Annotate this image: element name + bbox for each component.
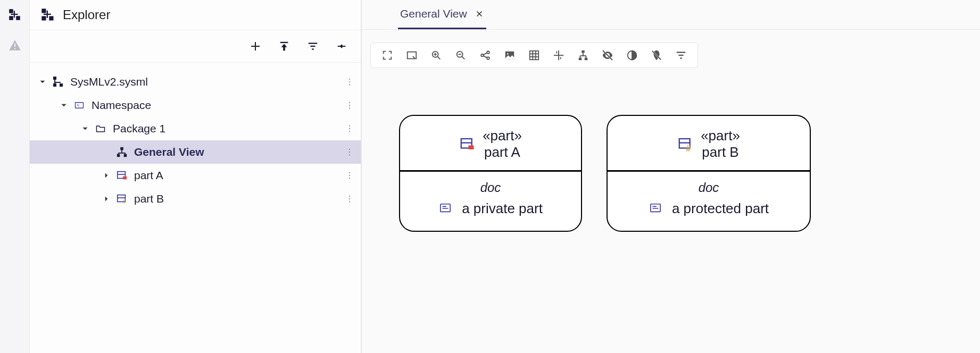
diagram-node-part-b[interactable]: # «part» part B doc a protected part [607,115,811,232]
svg-point-28 [349,102,350,103]
tree-item-label: Package 1 [113,122,345,135]
tree-item-general-view[interactable]: General View [30,140,361,164]
kebab-icon[interactable] [345,100,354,110]
node-header: # «part» part B [608,116,810,170]
share-icon[interactable] [478,48,492,62]
tree-item-root[interactable]: SysMLv2.sysml [30,70,361,94]
doc-icon [649,203,662,214]
svg-rect-82 [582,51,585,53]
tree-item-namespace[interactable]: N Namespace [30,94,361,117]
part-protected-icon: # [677,136,693,152]
svg-rect-22 [54,82,61,83]
svg-line-69 [483,53,487,55]
svg-rect-84 [585,58,588,61]
explorer-header: Explorer [30,0,361,30]
folder-icon [94,122,107,136]
doc-heading: doc [699,180,719,195]
visibility-off-icon[interactable] [601,48,614,62]
svg-point-29 [349,105,350,106]
svg-point-33 [349,131,350,132]
add-icon[interactable] [249,40,262,53]
filter-icon[interactable] [674,48,688,62]
svg-line-64 [462,57,465,60]
svg-rect-34 [120,147,123,150]
svg-rect-14 [280,42,288,43]
svg-point-23 [349,79,350,80]
namespace-icon: N [72,98,86,112]
file-tree-icon [51,75,65,89]
fullscreen-icon[interactable] [380,48,394,62]
filter-icon[interactable] [306,40,319,53]
part-private-icon [115,169,129,182]
diagram-node-part-a[interactable]: «part» part A doc a private part [399,115,582,232]
svg-point-53 [349,196,350,197]
chevron-right-icon[interactable] [101,194,112,204]
svg-point-25 [349,84,350,85]
svg-rect-100 [441,204,450,212]
explorer-toolbar [30,30,361,63]
explorer-title: Explorer [63,7,110,22]
kebab-icon[interactable] [345,147,354,157]
chevron-down-icon[interactable] [37,77,48,87]
svg-rect-36 [124,154,127,157]
svg-rect-35 [117,154,120,157]
doc-icon [438,203,452,214]
tab-general-view[interactable]: General View [398,0,486,29]
warning-icon[interactable] [7,38,22,53]
image-icon[interactable] [503,48,517,62]
tree-item-label: General View [134,146,345,158]
spacer [101,147,112,157]
svg-point-49 [349,178,350,179]
doc-text: a protected part [672,200,769,217]
tree-item-part-a[interactable]: part A [30,164,361,187]
model-tree-icon[interactable] [7,7,22,22]
hierarchy-icon[interactable] [576,48,590,62]
fit-screen-icon[interactable] [405,48,419,62]
zoom-out-icon[interactable] [454,48,468,62]
part-private-icon [459,136,475,152]
zoom-in-icon[interactable] [429,48,443,62]
close-icon[interactable] [475,9,484,19]
node-body: doc a protected part [608,172,810,231]
svg-rect-8 [49,16,53,20]
svg-rect-83 [579,58,582,61]
svg-rect-4 [11,14,18,15]
diagram-canvas[interactable]: «part» part A doc a private part # [362,68,980,353]
snap-icon[interactable] [552,48,566,62]
diagram-icon [115,145,129,159]
tab-bar: General View [362,0,980,30]
model-tree: SysMLv2.sysml N Namespace [30,63,361,218]
svg-line-70 [483,56,487,58]
svg-rect-6 [14,48,15,49]
grid-icon[interactable] [527,48,541,62]
svg-rect-18 [53,77,56,80]
tab-label: General View [400,7,467,20]
diagram-toolbar [370,43,698,68]
upload-icon[interactable] [278,40,290,53]
explorer-icon [40,7,55,22]
tree-item-label: SysMLv2.sysml [70,75,345,88]
kebab-icon[interactable] [345,171,354,180]
tree-item-label: Namespace [92,99,345,112]
kebab-icon[interactable] [345,124,354,133]
kebab-icon[interactable] [345,194,354,204]
node-body: doc a private part [400,172,581,231]
svg-rect-5 [14,44,15,47]
svg-rect-19 [60,83,63,87]
node-name: part A [484,144,520,160]
chevron-right-icon[interactable] [101,170,112,181]
tree-item-package[interactable]: Package 1 [30,117,361,140]
chevron-down-icon[interactable] [80,123,90,134]
tree-item-part-b[interactable]: # part B [30,187,361,211]
sync-icon[interactable] [335,40,348,53]
pin-off-icon[interactable] [650,48,663,62]
svg-rect-11 [44,14,51,15]
svg-rect-9 [41,16,46,20]
svg-point-43 [349,154,350,155]
kebab-icon[interactable] [345,77,354,87]
chevron-down-icon[interactable] [59,100,69,111]
svg-rect-0 [9,9,13,13]
svg-point-48 [349,175,350,176]
contrast-icon[interactable] [625,48,639,62]
doc-heading: doc [480,180,501,195]
